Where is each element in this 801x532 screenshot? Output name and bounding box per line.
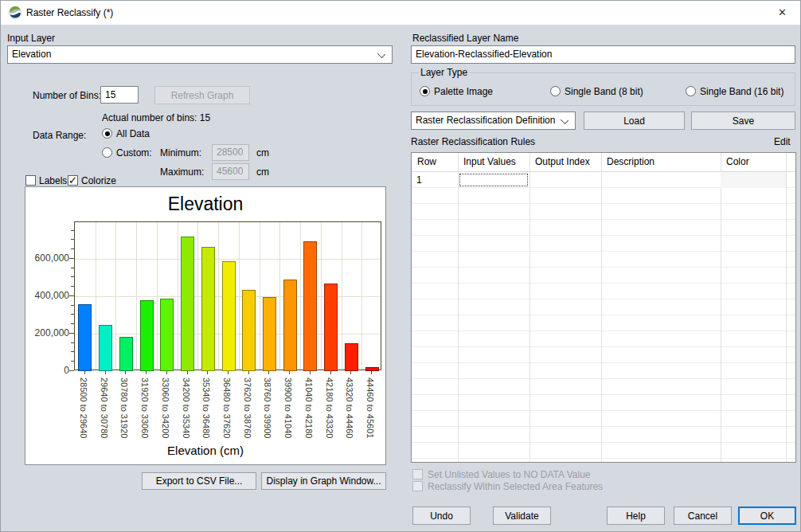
- definition-dropdown[interactable]: Raster Reclassification Definition: [411, 111, 576, 130]
- y-axis-tick-label: 0: [28, 365, 69, 376]
- x-axis-category-label: 41040 to 42180: [304, 377, 314, 438]
- gridline-horizontal: [75, 259, 381, 260]
- histogram-bar: [303, 241, 317, 371]
- set-unlisted-checkbox[interactable]: [412, 469, 423, 479]
- reclassify-within-checkbox[interactable]: [412, 481, 423, 491]
- column-separator: [458, 153, 459, 462]
- validate-button[interactable]: Validate: [493, 507, 551, 525]
- single-band-8bit-label: Single Band (8 bit): [565, 86, 643, 97]
- number-of-bins-input[interactable]: 15: [100, 86, 139, 104]
- column-header[interactable]: Output Index: [535, 156, 590, 167]
- x-axis-tick: [371, 371, 372, 374]
- definition-dropdown-value: Raster Reclassification Definition: [416, 115, 555, 126]
- x-axis-tick: [268, 371, 269, 374]
- histogram-bar: [119, 337, 133, 371]
- x-axis-category-label: 33060 to 34200: [161, 377, 170, 438]
- palette-image-label: Palette Image: [434, 86, 493, 97]
- y-axis-minor-tick: [71, 314, 74, 315]
- x-axis-tick: [330, 371, 331, 374]
- reclassified-name-input[interactable]: Elevation-Reclassified-Elevation: [411, 45, 795, 64]
- gridline-vertical: [218, 222, 219, 370]
- load-button[interactable]: Load: [584, 111, 685, 130]
- column-header[interactable]: Color: [726, 156, 749, 167]
- chart-xaxis-label: Elevation (cm): [25, 444, 385, 457]
- histogram-bar: [181, 237, 194, 371]
- raster-reclassify-dialog: Raster Reclassify (*) ✕ Input Layer Elev…: [0, 0, 801, 532]
- save-button[interactable]: Save: [691, 111, 795, 130]
- histogram-chart: Elevation Elevation (cm) 0200,000400,000…: [25, 186, 386, 465]
- single-band-8bit-radio[interactable]: [550, 86, 561, 96]
- row-1-color-cell[interactable]: [721, 172, 786, 188]
- reclassify-within-label: Reclassify Within Selected Area Features: [428, 481, 603, 492]
- x-axis-category-label: 34200 to 35340: [182, 377, 191, 438]
- x-axis-category-label: 38760 to 39900: [263, 377, 272, 438]
- minimum-value: 28500: [217, 147, 243, 158]
- y-axis-tick-label: 400,000: [28, 290, 69, 301]
- x-axis-category-label: 43320 to 44460: [345, 377, 354, 438]
- histogram-bar: [140, 300, 154, 371]
- help-button[interactable]: Help: [607, 507, 665, 525]
- x-axis-tick: [84, 371, 85, 374]
- export-csv-button[interactable]: Export to CSV File...: [142, 472, 256, 490]
- refresh-graph-button[interactable]: Refresh Graph: [154, 86, 250, 104]
- column-header[interactable]: Description: [607, 156, 654, 167]
- row-1-input-values-cell[interactable]: [459, 174, 528, 186]
- ok-button[interactable]: OK: [738, 507, 796, 525]
- row-1-index: 1: [416, 174, 422, 186]
- column-header[interactable]: Input Values: [463, 156, 516, 167]
- column-separator: [601, 153, 602, 462]
- x-axis-category-label: 36480 to 37620: [222, 377, 232, 438]
- gridline-vertical: [279, 222, 280, 370]
- chart-title: Elevation: [25, 194, 385, 215]
- gridline-vertical: [300, 222, 301, 370]
- y-axis-tick: [69, 258, 74, 259]
- x-axis-category-label: 35340 to 36480: [201, 377, 211, 438]
- edit-link[interactable]: Edit: [774, 136, 791, 147]
- column-separator: [786, 153, 787, 462]
- x-axis-tick: [125, 371, 126, 374]
- column-header[interactable]: Row: [417, 156, 436, 167]
- histogram-bar: [365, 367, 379, 371]
- custom-radio[interactable]: [102, 147, 112, 158]
- colorize-checkbox-label: Colorize: [81, 175, 116, 186]
- y-axis-tick-label: 600,000: [28, 252, 69, 264]
- x-axis-category-label: 30780 to 31920: [119, 377, 129, 438]
- undo-button[interactable]: Undo: [412, 507, 471, 525]
- titlebar: Raster Reclassify (*) ✕: [1, 1, 800, 25]
- colorize-checkbox[interactable]: [68, 175, 78, 186]
- minimum-input[interactable]: 28500: [212, 144, 249, 161]
- all-data-label: All Data: [116, 128, 150, 139]
- x-axis-tick: [207, 371, 208, 374]
- y-axis-minor-tick: [71, 323, 74, 324]
- histogram-bar: [324, 284, 338, 371]
- gridline-vertical: [197, 222, 198, 370]
- rules-table[interactable]: RowInput ValuesOutput IndexDescriptionCo…: [411, 152, 796, 463]
- maximum-input[interactable]: 45600: [212, 163, 249, 180]
- y-axis-tick: [69, 295, 74, 296]
- column-separator: [529, 153, 530, 462]
- reclassified-name-value: Elevation-Reclassified-Elevation: [416, 49, 552, 60]
- palette-image-radio[interactable]: [420, 86, 430, 96]
- x-axis-tick: [310, 371, 311, 374]
- rules-label: Raster Reclassification Rules: [411, 136, 535, 147]
- layer-type-label: Layer Type: [418, 67, 470, 78]
- histogram-bar: [201, 247, 215, 371]
- rules-table-header: RowInput ValuesOutput IndexDescriptionCo…: [412, 153, 795, 172]
- y-axis-tick: [69, 333, 74, 334]
- input-layer-dropdown[interactable]: Elevation: [7, 45, 393, 64]
- all-data-radio[interactable]: [102, 128, 112, 139]
- single-band-16bit-radio[interactable]: [686, 86, 696, 96]
- set-unlisted-label: Set Unlisted Values to NO DATA Value: [428, 469, 591, 480]
- display-graph-button[interactable]: Display in Graph Window...: [261, 472, 386, 490]
- cancel-button[interactable]: Cancel: [674, 507, 732, 525]
- close-icon[interactable]: ✕: [764, 1, 800, 25]
- gridline-vertical: [157, 222, 158, 370]
- y-axis-minor-tick: [71, 351, 74, 352]
- layer-type-groupbox: Layer Type Palette Image Single Band (8 …: [411, 72, 795, 106]
- gridline-vertical: [260, 222, 260, 370]
- x-axis-tick: [350, 371, 351, 374]
- x-axis-category-label: 29640 to 30780: [100, 377, 109, 438]
- y-axis-minor-tick: [71, 239, 74, 240]
- labels-checkbox[interactable]: [25, 175, 36, 186]
- gridline-vertical: [342, 222, 342, 370]
